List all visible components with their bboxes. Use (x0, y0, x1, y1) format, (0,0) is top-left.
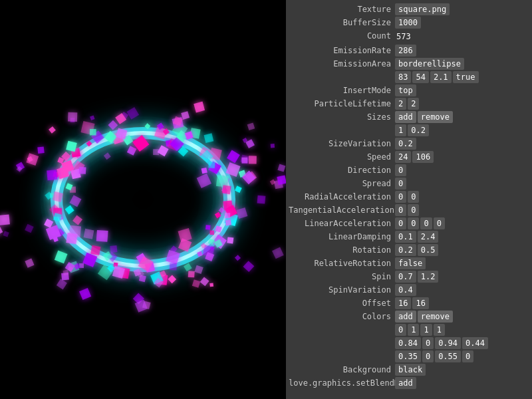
value-box: 0.1 (395, 231, 416, 243)
value-box: 0 (395, 164, 406, 176)
action-button[interactable]: remove (418, 311, 453, 323)
value-box: 0 (408, 217, 419, 229)
prop-row: Spin0.71.2 (286, 270, 532, 283)
prop-label: LinearDamping (289, 231, 395, 243)
value-box: 0 (395, 324, 406, 336)
value-box: 0.4 (395, 284, 416, 296)
value-box: 0 (434, 217, 445, 229)
prop-row: RadialAcceleration00 (286, 190, 532, 203)
action-button[interactable]: add (395, 311, 416, 323)
prop-values: 1000 (395, 17, 529, 29)
prop-label: Direction (289, 164, 395, 176)
properties-panel: Texturesquare.pngBufferSize1000Count573E… (286, 0, 532, 399)
prop-label: EmissionRate (289, 45, 395, 57)
prop-values: 0.3500.550 (395, 350, 529, 362)
prop-row: Count573 (286, 29, 532, 44)
value-box: 0.35 (395, 350, 421, 362)
prop-values: add (395, 377, 529, 389)
prop-values: 22 (395, 98, 529, 110)
value-box: 0 (395, 191, 406, 203)
prop-row: Sizesaddremove (286, 110, 532, 124)
value-box: 1 (408, 324, 419, 336)
prop-values: 286 (395, 45, 529, 57)
value-box: 0.2 (395, 138, 416, 150)
prop-row: 0.3500.550 (286, 350, 532, 363)
value-box: 0.44 (462, 337, 488, 349)
prop-values: 0.4 (395, 284, 529, 296)
prop-label: love.graphics.setBlendMode (289, 377, 395, 389)
prop-label: InsertMode (289, 84, 395, 96)
value-box: 0.7 (395, 271, 416, 283)
prop-row: ParticleLifetime22 (286, 97, 532, 110)
prop-values: square.png (395, 3, 529, 15)
prop-label: TangentialAcceleration (289, 204, 395, 216)
prop-row: EmissionAreaborderellipse (286, 57, 532, 70)
action-button[interactable]: add (395, 111, 416, 123)
prop-values: addremove (395, 311, 529, 323)
value-box: square.png (395, 3, 450, 15)
prop-values: 0.2 (395, 138, 529, 150)
value-box: 0 (408, 204, 419, 216)
value-box: 2 (408, 98, 419, 110)
prop-values: false (395, 257, 529, 269)
value-box: 16 (395, 297, 411, 309)
prop-row: LinearDamping0.12.4 (286, 230, 532, 243)
prop-values: black (395, 364, 529, 376)
prop-label: Texture (289, 3, 395, 15)
value-box: true (453, 71, 479, 83)
prop-row: love.graphics.setBlendModeadd (286, 376, 532, 390)
value-box: 2.4 (418, 231, 439, 243)
value-box: 0 (395, 217, 406, 229)
prop-row: Backgroundblack (286, 363, 532, 376)
prop-values: 24106 (395, 151, 529, 163)
prop-row: BufferSize1000 (286, 16, 532, 29)
prop-label: SizeVariation (289, 138, 395, 150)
value-box: 286 (395, 45, 416, 57)
value-box: black (395, 364, 426, 376)
prop-label: BufferSize (289, 17, 395, 29)
value-box: 2 (395, 98, 406, 110)
prop-label: Colors (289, 311, 395, 323)
canvas-area (0, 0, 286, 399)
value-box: 83 (395, 71, 411, 83)
value-box: 1000 (395, 17, 421, 29)
action-button[interactable]: remove (418, 111, 453, 123)
value-box: 573 (395, 30, 412, 43)
prop-row: Rotation0.20.5 (286, 243, 532, 257)
value-box: 0 (422, 337, 434, 349)
value-box: 0.55 (435, 350, 461, 362)
prop-label: ParticleLifetime (289, 98, 395, 110)
prop-label: Offset (289, 297, 395, 309)
prop-row: Speed24106 (286, 150, 532, 164)
prop-label: RadialAcceleration (289, 191, 395, 203)
prop-row: InsertModetop (286, 84, 532, 97)
value-box: 1.2 (418, 271, 439, 283)
prop-row: EmissionRate286 (286, 44, 532, 57)
prop-values: borderellipse (395, 58, 529, 70)
prop-values: 0.8400.940.44 (395, 337, 529, 349)
prop-row: 10.2 (286, 124, 532, 137)
prop-label: Background (289, 364, 395, 376)
prop-row: TangentialAcceleration00 (286, 203, 532, 217)
value-box: 0 (395, 178, 406, 190)
prop-label: Count (289, 30, 395, 42)
prop-label: Sizes (289, 111, 395, 123)
prop-row: RelativeRotationfalse (286, 257, 532, 270)
prop-label: EmissionArea (289, 58, 395, 70)
prop-row: 0111 (286, 323, 532, 336)
prop-values: 0.71.2 (395, 271, 529, 283)
value-box: add (395, 377, 416, 389)
prop-values: 0000 (395, 217, 529, 229)
prop-values: 0111 (395, 324, 529, 336)
value-box: 1 (434, 324, 445, 336)
prop-row: SpinVariation0.4 (286, 283, 532, 297)
value-box: 0 (395, 204, 406, 216)
value-box: 0 (462, 350, 473, 362)
value-box: top (395, 84, 416, 96)
prop-row: SizeVariation0.2 (286, 137, 532, 150)
prop-values: 10.2 (395, 124, 529, 136)
value-box: 54 (412, 71, 428, 83)
prop-label: RelativeRotation (289, 257, 395, 269)
prop-values: 83542.1true (395, 71, 529, 83)
prop-values: 00 (395, 204, 529, 216)
